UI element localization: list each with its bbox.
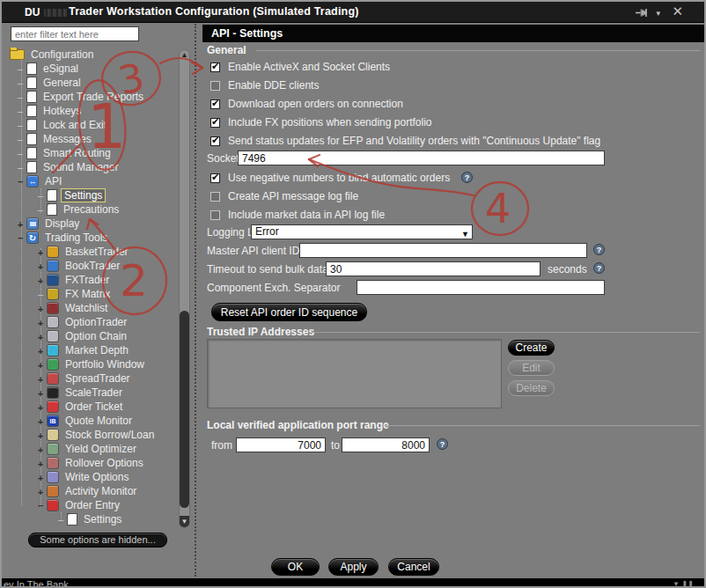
help-icon[interactable]: ? <box>593 262 605 274</box>
trusted-ip-list[interactable] <box>207 339 502 408</box>
expander-plus-icon[interactable]: + <box>16 219 25 228</box>
tree-item-general[interactable]: –General <box>9 76 178 90</box>
tree-item-esignal[interactable]: –eSignal <box>9 62 178 76</box>
tree-item-lock-and-exit[interactable]: –Lock and Exit <box>9 118 178 132</box>
expander-plus-icon[interactable]: + <box>36 261 45 270</box>
expander-plus-icon[interactable]: + <box>36 318 45 327</box>
checkbox-row-use-negative-numbers-to-bind-automatic-o[interactable]: Use negative numbers to bind automatic o… <box>210 171 450 185</box>
expander-minus-icon[interactable]: − <box>16 233 25 242</box>
tree-item-quote-monitor[interactable]: +IBQuote Monitor <box>9 414 178 428</box>
scroll-down-icon[interactable]: ▼ <box>180 516 189 527</box>
pin-menu-caret-icon[interactable]: ▾ <box>656 9 660 18</box>
tree-item-smart-routing[interactable]: –Smart Routing <box>9 146 178 160</box>
help-icon[interactable]: ? <box>461 172 473 183</box>
tree-item-optiontrader[interactable]: +OptionTrader <box>9 315 178 329</box>
tree-item-export-trade-reports[interactable]: –Export Trade Reports <box>9 90 178 104</box>
expander-plus-icon[interactable]: + <box>36 360 45 369</box>
expander-minus-icon[interactable]: − <box>36 501 45 510</box>
expander-plus-icon[interactable]: + <box>36 487 45 496</box>
status-pause-icon[interactable]: ❚❚ <box>682 580 694 588</box>
expander-plus-icon[interactable]: + <box>36 430 45 439</box>
expander-plus-icon[interactable]: + <box>36 276 45 284</box>
ok-button[interactable]: OK <box>271 558 320 576</box>
help-icon[interactable]: ? <box>593 244 605 255</box>
scrollbar-thumb[interactable] <box>180 311 189 508</box>
tree-item-messages[interactable]: –Messages <box>9 132 178 146</box>
checkbox-unchecked-icon[interactable] <box>210 192 220 202</box>
tree-item-display[interactable]: +Display <box>9 217 178 231</box>
tree-item-watchlist[interactable]: +Watchlist <box>9 301 178 315</box>
status-caret-icon[interactable]: ▼ <box>673 580 680 588</box>
checkbox-unchecked-icon[interactable] <box>210 81 220 91</box>
close-icon[interactable]: ✕ <box>672 4 683 19</box>
tree-item-rollover-options[interactable]: +Rollover Options <box>9 456 178 470</box>
tree-item-stock-borrow-loan[interactable]: +Stock Borrow/Loan <box>9 428 178 442</box>
reset-api-order-id-button[interactable]: Reset API order ID sequence <box>211 303 367 321</box>
checkbox-checked-icon[interactable] <box>210 99 220 109</box>
tree-item-baskettrader[interactable]: +BasketTrader <box>9 245 178 259</box>
tree-item-market-depth[interactable]: +Market Depth <box>9 343 178 357</box>
tree-item-spreadtrader[interactable]: +SpreadTrader <box>9 371 178 386</box>
timeout-input[interactable] <box>326 261 541 276</box>
tree-item-settings[interactable]: –Settings <box>9 512 178 526</box>
tree-item-booktrader[interactable]: +BookTrader <box>9 259 178 273</box>
tree-item-scaletrader[interactable]: +ScaleTrader <box>9 386 178 400</box>
component-separator-input[interactable] <box>357 280 605 295</box>
tree-item-trading-tools[interactable]: −Trading Tools <box>9 231 178 245</box>
checkbox-row-enable-dde-clients[interactable]: Enable DDE clients <box>210 78 319 92</box>
tree-item-fxtrader[interactable]: +FXTrader <box>9 273 178 287</box>
edit-button[interactable]: Edit <box>508 360 555 376</box>
create-button[interactable]: Create <box>508 340 555 356</box>
scroll-up-icon[interactable]: ▲ <box>180 50 189 61</box>
tree-item-order-ticket[interactable]: +Order Ticket <box>9 400 178 414</box>
checkbox-row-include-fx-positions-when-sending-portfo[interactable]: Include FX positions when sending portfo… <box>210 115 431 129</box>
expander-plus-icon[interactable]: + <box>36 459 45 467</box>
logging-level-select[interactable]: Error ▼ <box>251 224 473 239</box>
expander-plus-icon[interactable]: + <box>36 402 45 411</box>
checkbox-row-enable-activex-and-socket-clients[interactable]: Enable ActiveX and Socket Clients <box>210 60 390 74</box>
checkbox-checked-icon[interactable] <box>210 173 220 183</box>
tree-item-hotkeys[interactable]: –Hotkeys <box>9 104 178 118</box>
expander-plus-icon[interactable]: + <box>36 388 45 397</box>
tree-item-write-options[interactable]: +Write Options <box>9 470 178 484</box>
master-api-input[interactable] <box>299 243 587 258</box>
tree-item-configuration[interactable]: Configuration <box>9 48 178 62</box>
expander-plus-icon[interactable]: + <box>36 304 45 312</box>
tree-item-settings[interactable]: –Settings <box>9 188 178 202</box>
expander-plus-icon[interactable]: + <box>36 346 45 355</box>
help-icon[interactable]: ? <box>437 438 448 450</box>
tree-item-fx-matrix[interactable]: –FX Matrix <box>9 287 178 301</box>
checkbox-checked-icon[interactable] <box>210 62 220 72</box>
checkbox-checked-icon[interactable] <box>210 136 220 146</box>
tree-item-precautions[interactable]: –Precautions <box>9 202 178 217</box>
checkbox-row-include-market-data-in-api-log-file[interactable]: Include market data in API log file <box>210 208 385 222</box>
pin-icon[interactable] <box>635 7 650 20</box>
tree-item-api[interactable]: −API <box>9 174 178 188</box>
port-from-input[interactable] <box>236 437 326 452</box>
expander-plus-icon[interactable]: + <box>36 445 45 453</box>
expander-plus-icon[interactable]: + <box>36 332 45 341</box>
tree-item-option-chain[interactable]: +Option Chain <box>9 329 178 343</box>
checkbox-row-download-open-orders-on-connection[interactable]: Download open orders on connection <box>210 97 403 111</box>
tree-item-sound-manager[interactable]: –Sound Manager <box>9 160 178 174</box>
port-to-input[interactable] <box>342 437 430 452</box>
checkbox-row-create-api-message-log-file[interactable]: Create API message log file <box>210 189 358 203</box>
cancel-button[interactable]: Cancel <box>388 558 439 576</box>
apply-button[interactable]: Apply <box>328 558 379 576</box>
checkbox-row-send-status-updates-for-efp-and-volatili[interactable]: Send status updates for EFP and Volatili… <box>210 134 600 148</box>
expander-minus-icon[interactable]: − <box>16 177 25 186</box>
checkbox-checked-icon[interactable] <box>210 118 220 128</box>
filter-input[interactable] <box>11 26 139 41</box>
expander-plus-icon[interactable]: + <box>36 416 45 425</box>
some-options-hidden-button[interactable]: Some options are hidden... <box>28 533 167 548</box>
tree-scrollbar[interactable]: ▲ ▼ <box>179 49 190 528</box>
delete-button[interactable]: Delete <box>508 380 555 396</box>
expander-plus-icon[interactable]: + <box>36 247 45 256</box>
expander-plus-icon[interactable]: + <box>36 374 45 383</box>
tree-item-portfolio-window[interactable]: +Portfolio Window <box>9 357 178 371</box>
checkbox-unchecked-icon[interactable] <box>210 210 220 220</box>
tree-item-order-entry[interactable]: −Order Entry <box>9 498 178 512</box>
tree-item-yield-optimizer[interactable]: +Yield Optimizer <box>9 442 178 456</box>
socket-port-input[interactable] <box>238 151 605 165</box>
expander-plus-icon[interactable]: + <box>36 473 45 481</box>
